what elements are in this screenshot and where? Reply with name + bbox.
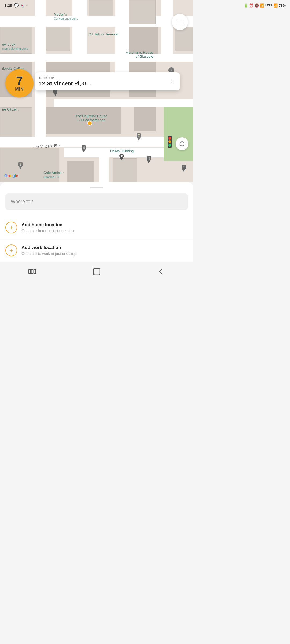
new-look-label: ew Lookmen's clothing store bbox=[2, 42, 28, 50]
home-location-text: Add home location Get a car home in just… bbox=[21, 222, 188, 233]
cafe-andaluz-label: Cafe AndaluzSpanish • €€ bbox=[44, 171, 64, 179]
hamburger-icon bbox=[177, 20, 183, 24]
dallas-dubbing-label: Dallas Dubbing bbox=[110, 149, 134, 153]
citizen-label: ne Citize... bbox=[2, 107, 19, 111]
svg-text:🏛: 🏛 bbox=[170, 69, 173, 72]
add-work-plus-icon: ＋ bbox=[8, 246, 14, 254]
status-time: 1:35 💬 👻 ● bbox=[4, 3, 28, 8]
time-number: 7 bbox=[16, 75, 23, 87]
building-13 bbox=[67, 161, 94, 182]
svg-marker-10 bbox=[182, 169, 185, 172]
navigation-bar bbox=[0, 262, 193, 283]
traffic-light-red bbox=[168, 137, 171, 140]
svg-marker-4 bbox=[82, 150, 85, 152]
where-to-input[interactable]: Where to? bbox=[5, 193, 188, 210]
map-pin-restaurant-3: 🍴 bbox=[145, 156, 153, 164]
time: 1:35 bbox=[4, 3, 12, 8]
mccoll-label: McColl's Convenience store bbox=[54, 12, 78, 20]
svg-marker-1 bbox=[54, 93, 57, 96]
building-7 bbox=[175, 27, 193, 51]
building-6 bbox=[129, 27, 158, 54]
work-location-title: Add work location bbox=[21, 245, 188, 250]
map-container[interactable]: McColl's Convenience store G1 Tattoo Rem… bbox=[0, 0, 193, 182]
svg-marker-13 bbox=[137, 138, 140, 140]
add-work-icon-circle: ＋ bbox=[5, 244, 17, 256]
svg-text:🍴: 🍴 bbox=[147, 156, 151, 160]
where-to-container: Where to? bbox=[5, 193, 188, 210]
park-area bbox=[164, 107, 193, 161]
home-location-subtitle: Get a car home in just one step bbox=[21, 229, 188, 233]
road-vertical-5 bbox=[99, 148, 109, 182]
svg-marker-16 bbox=[19, 166, 22, 169]
crosshair-icon bbox=[178, 140, 186, 148]
traffic-light bbox=[168, 136, 172, 148]
map-pin-bar-1: 🍸 bbox=[135, 133, 143, 141]
svg-text:🍴: 🍴 bbox=[182, 165, 186, 169]
back-button[interactable] bbox=[150, 266, 172, 277]
work-location-text: Add work location Get a car to work in j… bbox=[21, 245, 188, 256]
back-icon bbox=[157, 268, 165, 275]
pickup-address: 12 St Vincent Pl, G... bbox=[39, 80, 91, 87]
whatsapp-icon: 💬 bbox=[14, 3, 19, 8]
road-vertical-4 bbox=[35, 0, 46, 140]
crosshair-button[interactable] bbox=[176, 137, 189, 150]
snap-icon: 👻 bbox=[20, 3, 25, 8]
road-vertical-2 bbox=[115, 0, 129, 80]
svg-rect-31 bbox=[34, 269, 36, 274]
home-location-title: Add home location bbox=[21, 222, 188, 228]
svg-text:🍸: 🍸 bbox=[19, 162, 22, 166]
current-location-dot bbox=[87, 121, 92, 126]
google-logo: Google bbox=[4, 173, 18, 178]
recent-apps-button[interactable] bbox=[21, 266, 43, 277]
add-home-icon-circle: ＋ bbox=[5, 222, 17, 233]
add-home-plus-icon: ＋ bbox=[8, 224, 14, 232]
home-icon bbox=[92, 267, 101, 276]
recent-apps-icon bbox=[28, 268, 36, 275]
add-work-location-item[interactable]: ＋ Add work location Get a car to work in… bbox=[0, 239, 193, 262]
pickup-label: PICK-UP bbox=[39, 76, 91, 80]
pickup-info: PICK-UP 12 St Vincent Pl, G... bbox=[39, 76, 91, 87]
svg-marker-22 bbox=[120, 158, 123, 160]
g1-tattoo-label: G1 Tattoo Removal bbox=[89, 32, 118, 36]
map-pin-restaurant-2: 🍴 bbox=[80, 145, 88, 153]
road-horizontal-2 bbox=[0, 54, 193, 62]
status-bar: 1:35 💬 👻 ● 🔋 ⏰ 🔇 📶 LTE1 📶 73% bbox=[0, 0, 193, 11]
home-button[interactable] bbox=[86, 266, 107, 277]
map-pin-bar-2: 🍸 bbox=[17, 162, 24, 170]
counting-house-label: The Counting House- JD Wetherspoon bbox=[75, 114, 107, 122]
work-location-subtitle: Get a car to work in just one step bbox=[21, 251, 188, 256]
add-home-location-item[interactable]: ＋ Add home location Get a car home in ju… bbox=[0, 216, 193, 239]
time-unit: MIN bbox=[15, 87, 24, 92]
time-badge: 7 MIN bbox=[5, 69, 34, 97]
svg-rect-29 bbox=[29, 269, 31, 274]
map-pin-location-1 bbox=[119, 153, 125, 160]
pickup-card[interactable]: PICK-UP 12 St Vincent Pl, G... › bbox=[35, 72, 180, 90]
building-15 bbox=[134, 107, 156, 131]
dot-icon: ● bbox=[26, 4, 28, 7]
sheet-handle bbox=[90, 187, 103, 188]
svg-point-23 bbox=[121, 155, 123, 157]
svg-point-24 bbox=[180, 142, 184, 146]
svg-text:🍴: 🍴 bbox=[82, 146, 86, 149]
menu-button[interactable] bbox=[172, 14, 188, 30]
building-14 bbox=[113, 158, 137, 182]
merchants-house-label: Merchants Houseof Glasgow bbox=[126, 50, 153, 58]
road-horizontal-3 bbox=[54, 99, 193, 107]
google-logo-text: Google bbox=[4, 173, 18, 178]
svg-rect-32 bbox=[93, 268, 100, 275]
building-1 bbox=[46, 27, 70, 51]
map-pin-restaurant-4: 🍴 bbox=[180, 164, 187, 173]
svg-rect-30 bbox=[31, 269, 33, 274]
building-10 bbox=[0, 107, 32, 137]
pickup-arrow-icon[interactable]: › bbox=[168, 78, 176, 85]
traffic-light-green bbox=[168, 144, 171, 147]
svg-text:🍸: 🍸 bbox=[137, 134, 141, 137]
traffic-light-amber bbox=[168, 140, 171, 143]
svg-marker-7 bbox=[147, 160, 150, 163]
bottom-sheet: Where to? ＋ Add home location Get a car … bbox=[0, 182, 193, 283]
